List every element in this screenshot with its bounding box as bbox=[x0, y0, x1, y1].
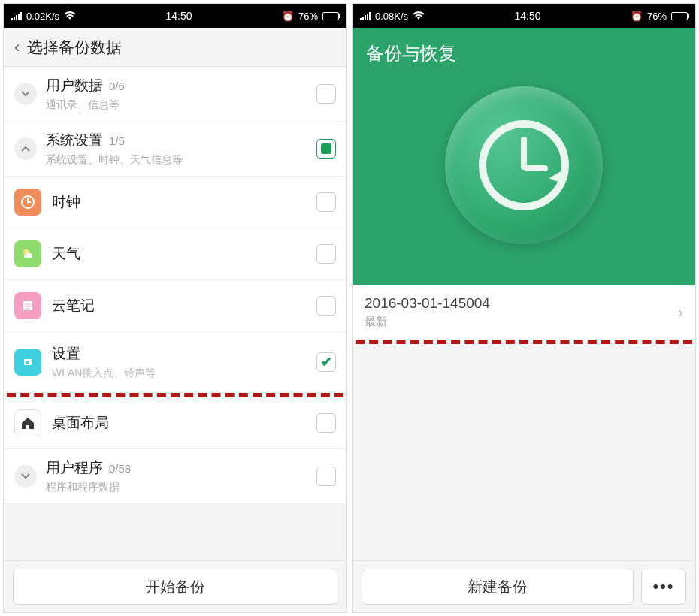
svg-rect-10 bbox=[360, 18, 362, 20]
item-label: 桌面布局 bbox=[52, 413, 316, 433]
svg-rect-2 bbox=[16, 15, 17, 20]
group-title: 用户程序 bbox=[46, 460, 103, 476]
status-bar: 0.08K/s 14:50 ⏰ 76% bbox=[353, 4, 695, 28]
svg-rect-1 bbox=[14, 17, 15, 20]
svg-rect-13 bbox=[367, 14, 368, 20]
signal-icon bbox=[11, 12, 22, 20]
page-title: 备份与恢复 bbox=[353, 41, 456, 65]
hero-panel: 备份与恢复 bbox=[353, 28, 695, 285]
alarm-icon: ⏰ bbox=[631, 11, 643, 22]
battery-icon bbox=[322, 12, 339, 20]
item-checkbox[interactable] bbox=[316, 413, 336, 433]
new-backup-button[interactable]: 新建备份 bbox=[362, 569, 634, 605]
item-notes[interactable]: 云笔记 bbox=[4, 280, 346, 332]
item-label: 设置 bbox=[52, 344, 316, 364]
battery-icon bbox=[671, 12, 688, 20]
item-label: 时钟 bbox=[52, 192, 316, 212]
net-speed: 0.08K/s bbox=[375, 11, 408, 22]
status-time: 14:50 bbox=[515, 10, 541, 22]
settings-app-icon bbox=[14, 349, 41, 376]
group-subtitle: 系统设置、时钟、天气信息等 bbox=[46, 153, 316, 167]
svg-rect-3 bbox=[18, 14, 20, 20]
svg-rect-9 bbox=[26, 361, 29, 364]
item-weather[interactable]: 天气 bbox=[4, 228, 346, 280]
backup-name: 2016-03-01-145004 bbox=[365, 295, 678, 312]
net-speed: 0.02K/s bbox=[26, 11, 59, 22]
wifi-icon bbox=[413, 11, 425, 20]
clock-app-icon bbox=[14, 189, 41, 216]
battery-pct: 76% bbox=[298, 11, 318, 22]
status-time: 14:50 bbox=[166, 10, 192, 22]
chevron-down-icon[interactable] bbox=[14, 83, 37, 105]
group-checkbox[interactable] bbox=[316, 139, 336, 159]
item-label: 天气 bbox=[52, 244, 316, 264]
weather-app-icon bbox=[14, 240, 41, 267]
backup-select-list: 用户数据0/6 通讯录、信息等 系统设置1/5 系统设置、时钟、天气信息等 bbox=[4, 67, 346, 560]
item-checkbox[interactable] bbox=[316, 192, 336, 212]
group-subtitle: 程序和程序数据 bbox=[46, 481, 316, 494]
chevron-down-icon[interactable] bbox=[14, 465, 37, 488]
restore-clock-icon bbox=[445, 86, 603, 244]
start-backup-button[interactable]: 开始备份 bbox=[13, 569, 337, 605]
status-bar: 0.02K/s 14:50 ⏰ 76% bbox=[4, 4, 346, 28]
chevron-up-icon[interactable] bbox=[14, 137, 37, 160]
group-checkbox[interactable] bbox=[316, 467, 336, 486]
backup-entry[interactable]: 2016-03-01-145004 最新 › bbox=[353, 285, 695, 340]
group-count: 0/6 bbox=[109, 80, 125, 92]
item-checkbox-checked[interactable]: ✔ bbox=[316, 352, 336, 372]
chevron-right-icon: › bbox=[678, 303, 683, 321]
item-checkbox[interactable] bbox=[316, 244, 336, 264]
group-count: 1/5 bbox=[109, 134, 125, 147]
svg-rect-11 bbox=[362, 17, 364, 20]
group-system-settings[interactable]: 系统设置1/5 系统设置、时钟、天气信息等 bbox=[4, 122, 346, 177]
phone-right: 0.08K/s 14:50 ⏰ 76% 备份与恢复 2016-03-01-145… bbox=[352, 3, 696, 613]
bottom-bar: 新建备份 ••• bbox=[353, 560, 695, 612]
page-title: 选择备份数据 bbox=[27, 37, 122, 58]
backup-tag: 最新 bbox=[365, 315, 678, 329]
group-title: 用户数据 bbox=[46, 77, 103, 93]
alarm-icon: ⏰ bbox=[282, 11, 294, 22]
item-label: 云笔记 bbox=[52, 296, 316, 316]
battery-pct: 76% bbox=[647, 11, 667, 22]
group-subtitle: 通讯录、信息等 bbox=[46, 98, 316, 112]
phone-left: 0.02K/s 14:50 ⏰ 76% ‹ 选择备份数据 bbox=[3, 3, 347, 613]
header-bar: ‹ 选择备份数据 bbox=[4, 28, 346, 67]
back-icon[interactable]: ‹ bbox=[10, 35, 24, 60]
item-launcher[interactable]: 桌面布局 bbox=[4, 397, 346, 449]
bottom-bar: 开始备份 bbox=[4, 560, 346, 612]
svg-rect-14 bbox=[369, 12, 371, 20]
group-count: 0/58 bbox=[109, 462, 131, 475]
item-checkbox[interactable] bbox=[316, 296, 336, 316]
empty-area bbox=[353, 344, 695, 560]
home-app-icon bbox=[14, 409, 41, 436]
group-title: 系统设置 bbox=[46, 132, 103, 148]
group-user-data[interactable]: 用户数据0/6 通讯录、信息等 bbox=[4, 67, 346, 122]
notes-app-icon bbox=[14, 292, 41, 319]
signal-icon bbox=[360, 12, 371, 20]
svg-rect-4 bbox=[20, 12, 22, 20]
svg-rect-12 bbox=[365, 15, 366, 20]
group-checkbox[interactable] bbox=[316, 84, 336, 104]
more-button[interactable]: ••• bbox=[641, 569, 686, 605]
svg-rect-0 bbox=[11, 18, 13, 20]
item-settings[interactable]: 设置 WLAN接入点、铃声等 ✔ bbox=[4, 332, 346, 393]
wifi-icon bbox=[64, 11, 76, 20]
item-subtitle: WLAN接入点、铃声等 bbox=[52, 367, 316, 380]
group-user-apps[interactable]: 用户程序0/58 程序和程序数据 bbox=[4, 449, 346, 504]
item-clock[interactable]: 时钟 bbox=[4, 177, 346, 228]
